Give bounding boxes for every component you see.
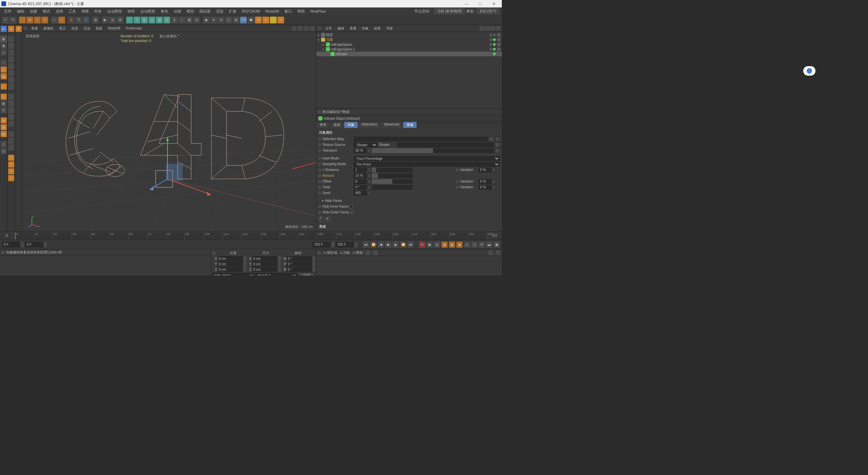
rot-p[interactable]	[287, 262, 312, 266]
rtab-step[interactable]: 步幅	[340, 250, 350, 255]
tab-falloff[interactable]: 衰减	[403, 122, 417, 128]
coord-mode1[interactable]: 对象 (相对)	[212, 273, 254, 276]
rot-b[interactable]	[287, 267, 312, 272]
rotate-tool[interactable]: ↻	[41, 17, 48, 23]
menu-edit[interactable]: 编辑	[14, 8, 27, 15]
vp-nav-icon-1[interactable]	[292, 26, 296, 31]
menu-file[interactable]: 文件	[1, 8, 14, 15]
vt-6[interactable]	[8, 70, 14, 76]
size-x-spn[interactable]	[278, 256, 281, 261]
tool-b[interactable]: ✦	[210, 17, 217, 23]
vp-menu-options[interactable]: 选项	[68, 25, 81, 32]
rbp-i2[interactable]	[373, 250, 378, 255]
vt-15[interactable]	[8, 138, 14, 144]
points-mode[interactable]: ▫	[1, 60, 7, 66]
tl-start-spn[interactable]	[21, 242, 24, 247]
misc-1[interactable]: ░	[1, 141, 7, 147]
tree-row[interactable]: ▸ 隐层	[316, 33, 502, 37]
rot-h[interactable]	[287, 256, 312, 261]
vt-8[interactable]	[8, 83, 14, 90]
objmgr-icon-4[interactable]	[496, 26, 500, 31]
pen-tool[interactable]: ✎	[134, 17, 140, 23]
falloff-icon2[interactable]: ↻	[326, 216, 331, 222]
vp-menu-display[interactable]: 显示	[56, 25, 68, 32]
rot-p-spn[interactable]	[313, 262, 315, 266]
move-tool[interactable]: ✥	[26, 17, 33, 23]
tl-kf1[interactable]: ◆	[441, 242, 448, 248]
tool-a[interactable]: ◉	[203, 17, 210, 23]
tree-row[interactable]: ▸ mtEdgeSpline	[316, 42, 502, 47]
mat-cycles[interactable]: Cycles 4D	[47, 250, 62, 254]
vp-menu-cameras[interactable]: 摄像机	[41, 25, 56, 32]
menu-animate[interactable]: 动画	[171, 8, 184, 15]
shader-menu[interactable]	[495, 142, 500, 147]
tl-autokey[interactable]: ◉	[427, 242, 433, 248]
menu-mograph2[interactable]: 运动图形	[138, 8, 158, 15]
rbp-i4[interactable]	[496, 250, 500, 255]
tl-last[interactable]: ⏭	[408, 242, 414, 248]
menu-spline[interactable]: 样条	[92, 8, 104, 15]
vt-3[interactable]	[8, 50, 14, 56]
tool-j[interactable]: ◊	[270, 17, 277, 23]
twist-slider[interactable]	[372, 185, 413, 190]
vp-nav-icon-2[interactable]	[298, 26, 302, 31]
vt-nav1[interactable]: ◯	[8, 155, 14, 161]
tool-c[interactable]: ☀	[218, 17, 224, 23]
hideinner-checkbox[interactable]	[350, 205, 353, 208]
tree-row[interactable]: ▾ 克隆	[316, 37, 502, 42]
rbp-i3[interactable]	[488, 250, 493, 255]
objmgr-bookmarks[interactable]: 书签	[383, 25, 396, 32]
scene-tool[interactable]: ‖	[171, 17, 178, 23]
tab-selections[interactable]: Selections	[358, 122, 381, 128]
snap-2[interactable]: ▦	[1, 124, 7, 130]
layout-dropdown[interactable]: 启动 (用户)	[476, 8, 499, 14]
insetmode-dropdown[interactable]: Face Percentage	[354, 156, 500, 161]
model-mode[interactable]: ▦	[1, 36, 7, 42]
camera-tool[interactable]: ○	[178, 17, 185, 23]
select-tool[interactable]: ⬚	[19, 17, 26, 23]
undo-button[interactable]: ↶	[2, 17, 9, 23]
tol-input[interactable]	[354, 148, 367, 153]
tl-first[interactable]: ⏮	[363, 242, 369, 248]
menu-extensions[interactable]: 扩展	[226, 8, 239, 15]
vt-1[interactable]	[8, 36, 14, 42]
offset-slider[interactable]	[372, 179, 413, 184]
tw-var-spinner[interactable]	[493, 185, 495, 190]
menu-mode[interactable]: 模式	[40, 8, 53, 15]
menu-realflow[interactable]: RealFlow	[308, 8, 329, 14]
mat-texture[interactable]: 纹理	[40, 250, 47, 255]
tool-h[interactable]: ⊕	[255, 17, 262, 23]
tl-next[interactable]: ▶	[393, 242, 399, 248]
tree-row-selected[interactable]: mtInset	[316, 52, 502, 56]
vp-menu-filter[interactable]: 过滤	[81, 25, 93, 32]
tl-end-spn[interactable]	[332, 242, 334, 247]
menu-character[interactable]: 角色	[158, 8, 171, 15]
menu-create[interactable]: 创建	[27, 8, 40, 15]
tool-d[interactable]: ⬡	[225, 17, 232, 23]
render-view[interactable]: ▶	[102, 17, 108, 23]
vt-13[interactable]	[8, 121, 14, 127]
tl-nextkey[interactable]: ⏩	[400, 242, 406, 248]
coord-menu-icon[interactable]	[212, 251, 216, 255]
menu-mograph[interactable]: 运动图形	[104, 8, 125, 15]
mat-view[interactable]: 查看	[20, 250, 26, 255]
attr-edit[interactable]: 编辑	[329, 110, 336, 114]
locked-tool[interactable]: +	[58, 17, 65, 23]
tool-f[interactable]: OR	[240, 17, 247, 23]
menu-mesh[interactable]: 网格	[79, 8, 92, 15]
size-z-spn[interactable]	[278, 267, 281, 272]
twist-spinner[interactable]	[368, 185, 371, 190]
coord-apply[interactable]: 应用	[299, 273, 314, 276]
tool-g[interactable]: ⬢	[248, 17, 254, 23]
pos-z-spn[interactable]	[243, 267, 246, 272]
pos-y-spn[interactable]	[243, 262, 246, 266]
menu-tools[interactable]: 工具	[66, 8, 79, 15]
rot-h-spn[interactable]	[313, 256, 315, 261]
vt-2[interactable]	[8, 43, 14, 49]
seed-spinner[interactable]	[368, 191, 371, 195]
tl-kf2[interactable]: ◆	[449, 242, 455, 248]
tl-start-input[interactable]	[2, 242, 20, 247]
texture-mode[interactable]: ◉	[1, 43, 7, 49]
tl-start2-input[interactable]	[25, 242, 43, 247]
nurbs-tool[interactable]: ◐	[141, 17, 148, 23]
